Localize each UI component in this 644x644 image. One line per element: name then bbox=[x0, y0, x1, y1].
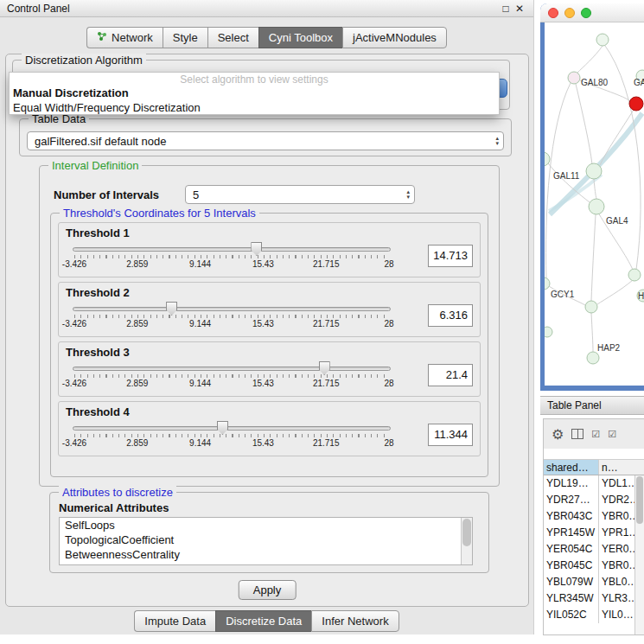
slider-thumb[interactable] bbox=[166, 302, 177, 316]
close-icon[interactable] bbox=[548, 8, 558, 18]
slider-thumb[interactable] bbox=[319, 361, 330, 375]
table-cell: YLR345W bbox=[544, 590, 599, 607]
table-row[interactable]: YLR345WYLR3… bbox=[544, 590, 644, 607]
tab-jactivemnodules[interactable]: jActiveMNodules bbox=[342, 27, 447, 48]
gear-icon[interactable]: ⚙ bbox=[552, 426, 564, 443]
tab-discretize-data[interactable]: Discretize Data bbox=[215, 610, 311, 632]
threshold-row: -3.4262.8599.14415.4321.7152814.713 bbox=[66, 240, 473, 271]
tab-select[interactable]: Select bbox=[207, 27, 258, 48]
tick-label: -3.426 bbox=[62, 319, 86, 328]
node-label: GAL4 bbox=[606, 216, 628, 226]
column-header-shared-name[interactable]: shared… bbox=[544, 460, 599, 475]
tab-infer-network[interactable]: Infer Network bbox=[311, 610, 399, 632]
network-node[interactable] bbox=[596, 34, 609, 46]
bottom-tab-bar: Impute DataDiscretize DataInfer Network bbox=[0, 610, 533, 632]
group-title-attributes: Attributes to discretize bbox=[59, 486, 176, 499]
table-row[interactable]: YBR045CYBR0… bbox=[544, 558, 644, 574]
table-cell: YDL19… bbox=[544, 475, 599, 492]
table-row[interactable]: YDL19…YDL1… bbox=[544, 475, 644, 492]
threshold-box: Threshold 4-3.4262.8599.14415.4321.71528… bbox=[58, 401, 481, 456]
scrollbar-thumb[interactable] bbox=[462, 519, 471, 546]
select-none-icon[interactable]: ☑ bbox=[608, 429, 616, 440]
close-icon[interactable]: ✕ bbox=[513, 3, 526, 15]
table-row[interactable]: YIL052CYIL0… bbox=[544, 607, 644, 623]
threshold-row: -3.4262.8599.14415.4321.7152811.344 bbox=[66, 419, 473, 450]
table-row[interactable]: YBL079WYBL0… bbox=[544, 574, 644, 590]
threshold-label: Threshold 3 bbox=[66, 346, 473, 359]
tab-label: Select bbox=[218, 31, 249, 44]
tab-label: Style bbox=[173, 31, 198, 44]
network-node[interactable] bbox=[587, 352, 599, 364]
apply-button[interactable]: Apply bbox=[239, 580, 296, 600]
tab-style[interactable]: Style bbox=[163, 27, 207, 48]
tab-label: Infer Network bbox=[322, 615, 388, 628]
threshold-label: Threshold 1 bbox=[66, 226, 473, 239]
threshold-label: Threshold 2 bbox=[66, 286, 473, 299]
table-cell: YBL079W bbox=[544, 574, 599, 590]
slider-tick-labels: -3.4262.8599.14415.4321.71528 bbox=[74, 379, 389, 388]
network-node[interactable] bbox=[585, 301, 597, 313]
threshold-value-field[interactable]: 6.316 bbox=[428, 304, 473, 327]
threshold-slider[interactable]: -3.4262.8599.14415.4321.71528 bbox=[73, 300, 391, 331]
node-label: GCY1 bbox=[551, 290, 575, 299]
table-data-group: Table Data galFiltered.sif default node … bbox=[19, 118, 512, 156]
list-item-betweennesscentrality[interactable]: BetweennessCentrality bbox=[60, 547, 472, 562]
network-node[interactable] bbox=[629, 97, 643, 111]
table-row[interactable]: YPR145WYPR1… bbox=[544, 525, 644, 541]
zoom-icon[interactable] bbox=[581, 8, 591, 18]
slider-ticks bbox=[74, 434, 389, 437]
column-header-name[interactable]: n… bbox=[599, 460, 644, 475]
list-scrollbar[interactable] bbox=[461, 518, 472, 564]
threshold-label: Threshold 4 bbox=[66, 405, 473, 418]
network-node[interactable] bbox=[589, 199, 604, 214]
network-node[interactable] bbox=[545, 327, 552, 337]
slider-ticks bbox=[74, 315, 389, 318]
table-row[interactable]: YER054CYER0… bbox=[544, 541, 644, 558]
numerical-attributes-label: Numerical Attributes bbox=[59, 501, 169, 514]
network-node[interactable] bbox=[545, 277, 550, 290]
network-node[interactable] bbox=[628, 269, 641, 281]
number-of-intervals-combo[interactable]: 5 ▴ ▾ bbox=[185, 185, 415, 204]
table-data-combo[interactable]: galFiltered.sif default node ▴ ▾ bbox=[27, 131, 504, 150]
tab-network[interactable]: Network bbox=[86, 27, 163, 48]
table-row[interactable]: YBR043CYBR0… bbox=[544, 508, 644, 525]
tick-label: -3.426 bbox=[62, 259, 86, 269]
slider-thumb[interactable] bbox=[217, 421, 228, 435]
table-row[interactable]: YDR27…YDR2… bbox=[544, 492, 644, 508]
network-node[interactable] bbox=[586, 163, 602, 179]
thresholds-group: Threshold's Coordinates for 5 Intervals … bbox=[50, 213, 488, 477]
float-window-icon[interactable]: □ bbox=[499, 3, 513, 15]
scrollbar-thumb[interactable] bbox=[636, 476, 643, 524]
tick-label: 28 bbox=[384, 379, 393, 388]
attributes-list: SelfLoopsTopologicalCoefficientBetweenne… bbox=[59, 517, 473, 565]
option-manual-discretization[interactable]: Manual Discretization bbox=[10, 86, 499, 100]
tick-label: 9.144 bbox=[189, 259, 211, 269]
slider-thumb[interactable] bbox=[251, 242, 262, 256]
tab-label: Network bbox=[112, 31, 153, 44]
table-cell: YBR045C bbox=[544, 558, 599, 574]
minimize-icon[interactable] bbox=[564, 8, 575, 18]
tab-impute-data[interactable]: Impute Data bbox=[134, 610, 215, 632]
network-canvas[interactable]: GAL80GAGAL11GAL4GCY1HHAP2 bbox=[545, 22, 644, 386]
tick-label: 2.859 bbox=[126, 259, 148, 269]
threshold-slider[interactable]: -3.4262.8599.14415.4321.71528 bbox=[73, 240, 391, 271]
columns-icon[interactable] bbox=[571, 429, 583, 439]
network-view-window: GAL80GAGAL11GAL4GCY1HHAP2 bbox=[540, 3, 644, 391]
select-all-icon[interactable]: ☑ bbox=[591, 429, 600, 440]
network-window-titlebar bbox=[540, 3, 644, 22]
threshold-value-field[interactable]: 21.4 bbox=[428, 364, 473, 386]
control-panel-titlebar: Control Panel □ ✕ bbox=[0, 0, 533, 17]
table-toolbar: ⚙ ☑ ☑ bbox=[544, 419, 644, 449]
threshold-slider[interactable]: -3.4262.8599.14415.4321.71528 bbox=[73, 419, 391, 450]
threshold-value-field[interactable]: 11.344 bbox=[428, 424, 473, 446]
table-scrollbar[interactable] bbox=[634, 475, 644, 634]
slider-tick-labels: -3.4262.8599.14415.4321.71528 bbox=[74, 259, 389, 269]
list-item-selfloops[interactable]: SelfLoops bbox=[60, 518, 472, 532]
threshold-slider[interactable]: -3.4262.8599.14415.4321.71528 bbox=[73, 360, 391, 391]
cyni-toolbox-panel: Discretization Algorithm ▴ ▾ Select algo… bbox=[5, 54, 529, 607]
option-equal-width-frequency[interactable]: Equal Width/Frequency Discretization bbox=[10, 100, 499, 115]
list-item-topologicalcoefficient[interactable]: TopologicalCoefficient bbox=[60, 532, 472, 547]
tab-cyni-toolbox[interactable]: Cyni Toolbox bbox=[258, 27, 342, 48]
network-node[interactable] bbox=[568, 72, 580, 84]
threshold-value-field[interactable]: 14.713 bbox=[428, 245, 473, 267]
